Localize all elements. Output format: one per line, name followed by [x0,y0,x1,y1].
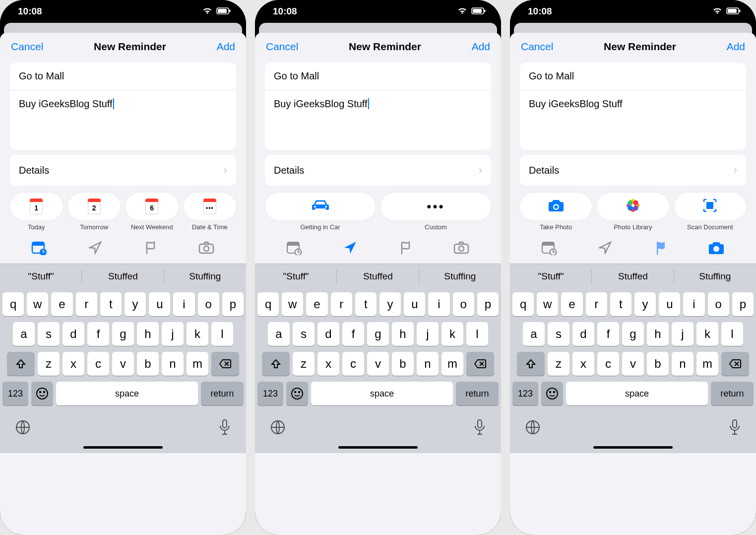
key-d[interactable]: d [63,322,84,346]
key-t[interactable]: t [355,292,377,316]
key-x[interactable]: x [63,352,84,376]
reminder-title-input[interactable]: Go to Mall [520,63,746,90]
key-x[interactable]: x [317,352,339,376]
quick-tomorrow[interactable]: 2 [68,193,121,220]
key-k[interactable]: k [441,322,463,346]
suggestion-1[interactable]: "Stuff" [255,264,337,288]
key-a[interactable]: a [13,322,35,346]
return-key[interactable]: return [711,382,754,405]
key-p[interactable]: p [222,292,244,316]
details-row[interactable]: Details › [520,155,746,186]
delete-key[interactable] [721,352,749,376]
cancel-button[interactable]: Cancel [521,41,553,53]
key-n[interactable]: n [672,352,693,376]
emoji-key[interactable] [31,382,53,405]
globe-icon[interactable] [270,419,286,437]
key-c[interactable]: c [342,352,364,376]
tab-camera[interactable] [192,238,220,258]
suggestion-2[interactable]: Stuffed [337,264,419,288]
key-y[interactable]: y [634,292,656,316]
quick-today[interactable]: 1 [10,193,63,220]
suggestion-1[interactable]: "Stuff" [510,264,592,288]
key-z[interactable]: z [38,352,60,376]
key-g[interactable]: g [112,322,134,346]
numbers-key[interactable]: 123 [512,382,538,405]
reminder-notes-input[interactable]: Buy iGeeksBlog Stuff [265,90,491,150]
quick-scan-document[interactable] [674,193,746,220]
quick-getting-in-car[interactable] [265,193,376,220]
key-a[interactable]: a [268,322,290,346]
add-button[interactable]: Add [727,41,745,53]
key-w[interactable]: w [282,292,303,316]
quick-take-photo[interactable] [520,193,592,220]
key-b[interactable]: b [392,352,414,376]
key-z[interactable]: z [293,352,315,376]
key-q[interactable]: q [512,292,534,316]
key-x[interactable]: x [572,352,594,376]
key-i[interactable]: i [683,292,704,316]
emoji-key[interactable] [541,382,563,405]
suggestion-2[interactable]: Stuffed [592,264,674,288]
key-t[interactable]: t [100,292,122,316]
key-t[interactable]: t [610,292,631,316]
details-row[interactable]: Details › [10,155,236,186]
quick-datetime[interactable]: ••• [184,193,237,220]
key-p[interactable]: p [477,292,499,316]
suggestion-3[interactable]: Stuffing [164,264,246,288]
key-s[interactable]: s [293,322,315,346]
key-k[interactable]: k [187,322,208,346]
key-z[interactable]: z [548,352,569,376]
globe-icon[interactable] [525,419,541,437]
space-key[interactable]: space [311,382,453,405]
key-o[interactable]: o [198,292,219,316]
key-f[interactable]: f [87,322,109,346]
tab-flag[interactable] [392,238,420,258]
reminder-notes-input[interactable]: Buy iGeeksBlog Stuff [10,90,236,150]
home-indicator[interactable] [0,445,246,453]
tab-date[interactable] [536,238,564,258]
key-h[interactable]: h [137,322,159,346]
home-indicator[interactable] [255,445,501,453]
space-key[interactable]: space [56,382,198,405]
add-button[interactable]: Add [472,41,490,53]
mic-icon[interactable] [728,419,741,438]
shift-key[interactable] [517,352,545,376]
key-u[interactable]: u [149,292,170,316]
key-y[interactable]: y [379,292,401,316]
key-a[interactable]: a [523,322,545,346]
key-m[interactable]: m [187,352,208,376]
tab-date[interactable] [281,238,309,258]
key-l[interactable]: l [466,322,488,346]
tab-flag[interactable] [137,238,165,258]
key-g[interactable]: g [622,322,644,346]
key-i[interactable]: i [428,292,449,316]
key-w[interactable]: w [537,292,558,316]
key-j[interactable]: j [417,322,439,346]
key-u[interactable]: u [404,292,425,316]
key-b[interactable]: b [647,352,669,376]
key-j[interactable]: j [672,322,693,346]
key-q[interactable]: q [257,292,279,316]
tab-location[interactable] [336,238,364,258]
key-c[interactable]: c [597,352,619,376]
key-i[interactable]: i [173,292,194,316]
tab-date[interactable] [26,238,54,258]
key-m[interactable]: m [696,352,718,376]
shift-key[interactable] [262,352,290,376]
mic-icon[interactable] [218,419,231,438]
home-indicator[interactable] [510,445,756,453]
key-p[interactable]: p [732,292,754,316]
mic-icon[interactable] [473,419,486,438]
delete-key[interactable] [466,352,494,376]
tab-camera[interactable] [702,238,730,258]
key-v[interactable]: v [367,352,389,376]
tab-flag[interactable] [647,238,675,258]
key-h[interactable]: h [647,322,669,346]
reminder-title-input[interactable]: Go to Mall [265,63,491,90]
key-l[interactable]: l [211,322,233,346]
key-f[interactable]: f [342,322,364,346]
key-c[interactable]: c [87,352,109,376]
key-y[interactable]: y [125,292,146,316]
key-e[interactable]: e [561,292,582,316]
quick-custom[interactable]: ••• [380,193,491,220]
